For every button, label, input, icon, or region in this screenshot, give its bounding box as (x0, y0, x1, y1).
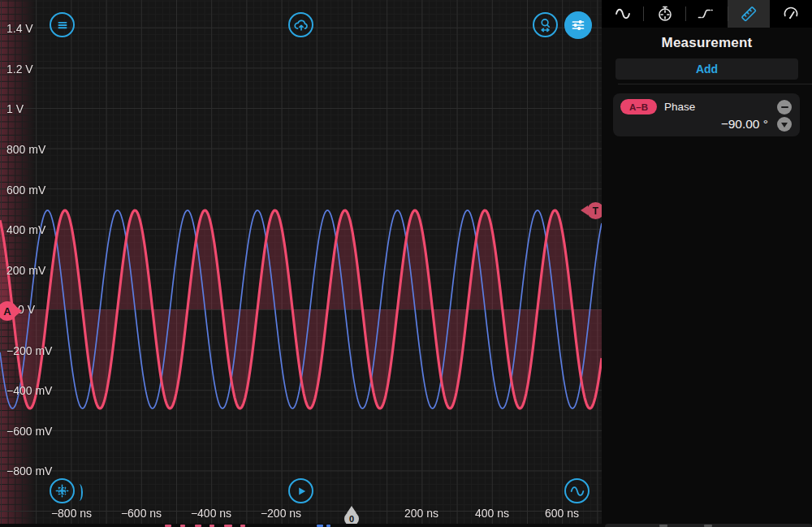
gauge-icon (781, 4, 801, 24)
bottom-right-panel (605, 524, 812, 527)
panel-divider (618, 84, 812, 84)
channel-pair-badge: A–B (620, 99, 657, 114)
y-axis-label: 400 mV (6, 223, 45, 236)
y-axis-label: 1.4 V (6, 22, 33, 35)
x-axis-label: 200 ns (404, 507, 438, 520)
expand-measurement-button[interactable] (777, 117, 792, 132)
measurement-item-header: A–B Phase (620, 99, 792, 114)
measurement-item-value-row: −90.00 ° (620, 117, 792, 132)
marker-tail (15, 305, 22, 317)
oscilloscope-app: 1.4 V1.2 V1 V800 mV600 mV400 mV200 mV0 V… (0, 0, 812, 527)
right-sidebar: Measurement Add A–B Phase −90.00 ° (602, 0, 812, 524)
autoset-grid-icon (53, 482, 71, 500)
tab-gauge[interactable] (770, 0, 812, 28)
add-measurement-button[interactable]: Add (615, 58, 798, 80)
x-axis-label: −200 ns (261, 507, 301, 520)
sidebar-tabbar (602, 0, 812, 28)
tab-separator (685, 6, 686, 21)
chevron-down-icon (781, 123, 788, 127)
plot-area[interactable]: 1.4 V1.2 V1 V800 mV600 mV400 mV200 mV0 V… (0, 0, 602, 524)
y-axis-label: 1 V (6, 102, 24, 115)
tab-measurement[interactable] (728, 0, 770, 28)
measurement-name: Phase (664, 101, 777, 113)
run-button[interactable] (288, 478, 313, 503)
tab-separator (643, 6, 644, 21)
zoom-magnifier-icon (537, 16, 555, 34)
minus-icon (781, 106, 788, 108)
y-axis-label: −600 mV (6, 425, 52, 438)
marker-tail (581, 205, 588, 215)
tab-channel-signal[interactable] (602, 0, 644, 28)
cloud-upload-button[interactable] (288, 12, 313, 37)
panel-title: Measurement (602, 35, 812, 51)
menu-button[interactable] (50, 12, 75, 37)
tab-separator (728, 6, 728, 21)
x-axis-label: 600 ns (545, 507, 579, 520)
play-icon (292, 482, 310, 500)
display-settings-button[interactable] (564, 11, 592, 39)
channel-a-marker-label: A (3, 305, 11, 317)
x-axis-label: −400 ns (191, 507, 231, 520)
signal-generator-button[interactable] (564, 478, 590, 503)
measure-ruler-icon (739, 4, 758, 24)
zoom-button[interactable] (533, 12, 558, 37)
channel-signal-icon (613, 4, 633, 24)
tab-timer[interactable] (644, 0, 686, 28)
measurement-value: −90.00 ° (721, 117, 768, 132)
y-axis-label: 200 mV (6, 264, 45, 277)
y-axis-label: −200 mV (6, 344, 52, 357)
x-axis-label: 400 ns (475, 507, 509, 520)
sine-wave-icon (568, 482, 586, 500)
measurement-item-card: A–B Phase −90.00 ° (613, 93, 800, 136)
autoset-button[interactable] (50, 478, 75, 503)
cloud-upload-icon (292, 16, 310, 34)
remove-measurement-button[interactable] (777, 100, 792, 114)
y-axis-label: −800 mV (6, 464, 52, 477)
plot-canvas[interactable] (0, 0, 602, 524)
y-axis-label: 800 mV (6, 143, 45, 156)
timer-icon (655, 4, 675, 24)
motion-arc-decor (76, 484, 83, 501)
x-axis-label: −600 ns (121, 507, 162, 520)
tab-trigger[interactable] (686, 0, 728, 28)
trigger-marker-label: T (593, 205, 598, 217)
sliders-icon (568, 15, 588, 35)
bottom-bar (0, 524, 812, 527)
hamburger-icon (54, 16, 71, 34)
x-axis-label: −800 ns (51, 507, 92, 520)
y-axis-label: 1.2 V (6, 63, 33, 76)
y-axis-label: −400 mV (6, 384, 52, 397)
trigger-step-icon (697, 4, 716, 24)
y-axis-label: 600 mV (6, 184, 45, 197)
